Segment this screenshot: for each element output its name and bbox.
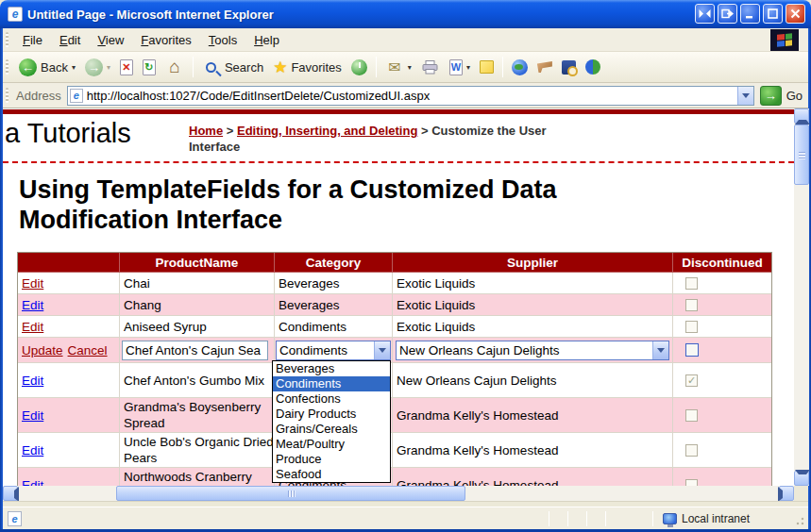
edit-link[interactable]: Edit bbox=[22, 442, 43, 458]
forward-dropdown-icon: ▾ bbox=[107, 63, 110, 72]
dropdown-option[interactable]: Seafood bbox=[273, 467, 390, 482]
scroll-down-button[interactable] bbox=[794, 471, 809, 486]
dropdown-option[interactable]: Beverages bbox=[273, 361, 390, 376]
address-url[interactable]: http://localhost:1027/Code/EditInsertDel… bbox=[87, 89, 737, 103]
dropdown-option[interactable]: Produce bbox=[273, 452, 390, 467]
address-grip bbox=[6, 88, 8, 103]
dropdown-option[interactable]: Meat/Poultry bbox=[273, 437, 390, 452]
header-productname: ProductName bbox=[120, 253, 275, 273]
dashed-divider bbox=[3, 161, 794, 163]
favorites-button[interactable]: ★ Favorites bbox=[268, 56, 346, 79]
mail-icon: ✉ bbox=[385, 58, 404, 76]
breadcrumb: Home > Editing, Inserting, and Deleting … bbox=[189, 123, 566, 155]
product-name-input[interactable] bbox=[122, 341, 268, 360]
web-edit-button[interactable] bbox=[507, 58, 532, 77]
mail-dropdown-icon[interactable]: ▾ bbox=[408, 63, 412, 72]
edit-dropdown-icon[interactable]: ▾ bbox=[466, 63, 470, 72]
category-selected-value: Condiments bbox=[277, 342, 374, 358]
discuss-button[interactable] bbox=[475, 58, 498, 75]
stop-button[interactable]: ✕ bbox=[115, 58, 138, 77]
menu-grip bbox=[6, 32, 8, 47]
supplier-dropdown[interactable]: New Orleans Cajun Delights bbox=[396, 341, 669, 360]
home-button[interactable]: ⌂ bbox=[161, 56, 189, 78]
vertical-scrollbar[interactable] bbox=[794, 108, 809, 486]
menu-help[interactable]: Help bbox=[245, 30, 288, 50]
shoe-tool-button[interactable] bbox=[532, 59, 557, 75]
home-icon: ⌂ bbox=[165, 58, 184, 76]
resize-grip[interactable] bbox=[793, 514, 804, 525]
discontinued-checkbox bbox=[685, 321, 698, 333]
dropdown-option[interactable]: Dairy Products bbox=[273, 407, 390, 422]
breadcrumb-separator: > bbox=[421, 124, 429, 138]
chevron-down-icon[interactable] bbox=[374, 341, 390, 359]
table-edit-row: Update Cancel Condiments New Orleans Caj… bbox=[18, 338, 771, 363]
local-intranet-icon bbox=[663, 513, 677, 524]
edit-link[interactable]: Edit bbox=[22, 477, 43, 487]
product-name: Northwoods Cranberry Sauce bbox=[124, 469, 274, 486]
menu-file[interactable]: File bbox=[14, 30, 51, 50]
scroll-left-button[interactable] bbox=[3, 486, 18, 501]
status-separator bbox=[605, 511, 606, 526]
chevron-down-icon[interactable] bbox=[652, 341, 668, 359]
address-bar: Address e http://localhost:1027/Code/Edi… bbox=[3, 83, 808, 108]
address-input[interactable]: e http://localhost:1027/Code/EditInsertD… bbox=[67, 86, 754, 106]
supplier: Exotic Liquids bbox=[397, 275, 475, 291]
close-button[interactable] bbox=[786, 4, 805, 24]
category: Beverages bbox=[279, 297, 340, 313]
history-button[interactable] bbox=[346, 58, 372, 77]
menu-view[interactable]: View bbox=[89, 30, 132, 50]
table-row: Edit Chai Beverages Exotic Liquids bbox=[18, 273, 771, 294]
dropdown-option-selected[interactable]: Condiments bbox=[273, 376, 390, 391]
zone-label: Local intranet bbox=[682, 512, 750, 525]
edit-with-word-button[interactable]: W ▾ bbox=[445, 58, 475, 77]
category-dropdown[interactable]: Condiments bbox=[276, 341, 391, 360]
go-button[interactable]: → bbox=[760, 86, 782, 106]
research-book-icon bbox=[562, 60, 576, 75]
research-button[interactable] bbox=[557, 58, 581, 76]
globe-icon bbox=[512, 59, 528, 75]
discontinued-checkbox[interactable] bbox=[685, 343, 699, 357]
history-icon bbox=[351, 59, 367, 75]
pop-out-button[interactable] bbox=[718, 4, 737, 24]
resize-width-button[interactable] bbox=[695, 4, 715, 24]
horizontal-scrollbar[interactable] bbox=[3, 486, 794, 501]
messenger-button[interactable] bbox=[581, 58, 605, 76]
edit-link[interactable]: Edit bbox=[22, 319, 43, 335]
mail-button[interactable]: ✉ ▾ bbox=[380, 56, 416, 78]
breadcrumb-home-link[interactable]: Home bbox=[189, 124, 223, 138]
update-link[interactable]: Update bbox=[22, 342, 63, 358]
category-dropdown-list[interactable]: Beverages Condiments Confections Dairy P… bbox=[272, 360, 391, 483]
search-button[interactable]: Search bbox=[197, 56, 268, 78]
forward-button[interactable]: → ▾ bbox=[80, 57, 115, 78]
header-discontinued: Discontinued bbox=[673, 253, 771, 273]
scroll-up-button[interactable] bbox=[794, 108, 809, 124]
discontinued-checkbox bbox=[685, 479, 698, 487]
edit-link[interactable]: Edit bbox=[22, 407, 43, 424]
go-label[interactable]: Go bbox=[786, 89, 803, 103]
breadcrumb-section-link[interactable]: Editing, Inserting, and Deleting bbox=[237, 124, 417, 138]
refresh-button[interactable]: ↻ bbox=[138, 58, 161, 77]
menu-favorites[interactable]: Favorites bbox=[132, 30, 199, 50]
edit-link[interactable]: Edit bbox=[22, 373, 43, 389]
category: Condiments bbox=[279, 319, 346, 335]
maximize-button[interactable] bbox=[763, 4, 783, 24]
dropdown-option[interactable]: Grains/Cereals bbox=[273, 422, 390, 437]
menu-bar: File Edit View Favorites Tools Help bbox=[3, 28, 808, 52]
menu-tools[interactable]: Tools bbox=[200, 30, 245, 50]
status-bar: e Local intranet bbox=[3, 507, 808, 529]
scroll-right-button[interactable] bbox=[779, 486, 794, 501]
back-button[interactable]: ← Back ▾ bbox=[14, 57, 80, 78]
print-button[interactable] bbox=[416, 56, 445, 78]
edit-link[interactable]: Edit bbox=[22, 297, 43, 313]
address-dropdown-button[interactable] bbox=[737, 87, 753, 105]
horizontal-scroll-thumb[interactable] bbox=[116, 486, 465, 501]
edit-link[interactable]: Edit bbox=[22, 275, 43, 291]
vertical-scroll-thumb[interactable] bbox=[794, 125, 809, 185]
back-dropdown-icon[interactable]: ▾ bbox=[72, 63, 76, 72]
back-icon: ← bbox=[19, 58, 37, 76]
product-name: Grandma's Boysenberry Spread bbox=[124, 399, 274, 431]
dropdown-option[interactable]: Confections bbox=[273, 391, 390, 407]
menu-edit[interactable]: Edit bbox=[51, 30, 89, 50]
minimize-button[interactable] bbox=[740, 4, 760, 24]
cancel-link[interactable]: Cancel bbox=[68, 342, 108, 358]
